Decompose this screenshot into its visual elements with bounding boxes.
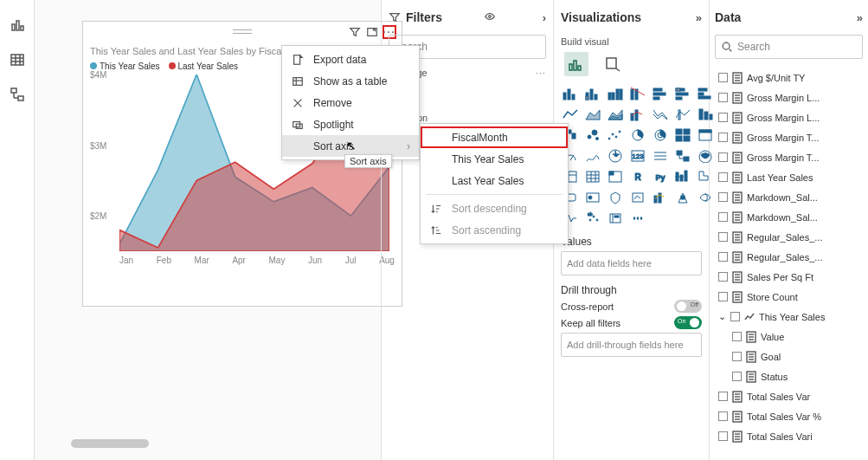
field-avg---unit-ty[interactable]: Avg $/Unit TY [715,68,863,87]
menu-show-as-table[interactable]: Show as a table [282,70,419,92]
field-regular-sales----[interactable]: Regular_Sales_... [715,227,863,247]
viz-type-3[interactable] [628,85,647,102]
data-search[interactable]: Search [715,35,863,59]
field-markdown-sal---[interactable]: Markdown_Sal... [715,207,863,227]
keep-filters-toggle[interactable]: On [674,316,702,329]
viz-type-33[interactable] [673,168,692,185]
horizontal-scrollbar[interactable] [71,439,149,448]
viz-type-9[interactable] [606,106,625,123]
viz-type-30[interactable] [606,168,625,185]
filter-icon[interactable] [348,25,362,39]
checkbox[interactable] [732,332,742,341]
checkbox[interactable] [730,312,740,321]
submenu-last-year-sales[interactable]: Last Year Sales [421,170,568,191]
table-view-icon[interactable] [10,52,25,71]
viz-type-4[interactable] [651,85,670,102]
checkbox[interactable] [718,232,728,242]
checkbox[interactable] [718,431,728,441]
viz-type-22[interactable] [583,147,602,165]
viz-type-45[interactable]: ⋯ [628,210,647,227]
checkbox[interactable] [718,212,728,222]
viz-type-7[interactable] [561,106,580,123]
field-gross-margin-t---[interactable]: Gross Margin T... [715,147,863,167]
checkbox[interactable] [718,192,728,202]
collapse-filters-button[interactable]: › [543,11,546,24]
viz-type-5[interactable] [673,85,692,102]
viz-type-44[interactable] [606,210,625,227]
viz-type-15[interactable] [583,126,602,144]
drag-handle-icon[interactable] [233,29,252,34]
viz-type-2[interactable] [606,85,625,102]
viz-type-23[interactable] [606,147,625,165]
filters-page-more[interactable]: ··· [536,68,546,78]
field-total-sales-var[interactable]: Total Sales Var [715,386,863,406]
checkbox[interactable] [718,272,728,282]
field-this-year-sales[interactable]: ⌄This Year Sales [715,307,863,327]
checkbox[interactable] [718,172,728,182]
viz-type-24[interactable]: 123 [628,147,647,165]
field-last-year-sales[interactable]: Last Year Sales [715,167,863,187]
field-total-sales-var--[interactable]: Total Sales Var % [715,406,863,426]
keep-filters-label: Keep all filters [561,318,620,328]
field-status[interactable]: Status [715,366,863,386]
viz-type-36[interactable] [583,189,602,206]
viz-type-38[interactable] [628,189,647,206]
viz-type-39[interactable] [651,189,670,206]
viz-type-12[interactable] [673,106,692,123]
checkbox[interactable] [718,113,728,122]
menu-spotlight[interactable]: Spotlight [282,113,419,135]
viz-type-32[interactable]: Py [651,168,670,185]
viz-type-16[interactable] [606,126,625,144]
viz-type-25[interactable] [651,147,670,165]
model-view-icon[interactable] [10,87,25,106]
build-visual-button[interactable] [564,52,588,76]
drill-well[interactable]: Add drill-through fields here [561,333,702,357]
viz-type-29[interactable] [583,168,602,185]
submenu-this-year-sales[interactable]: This Year Sales [421,148,568,170]
viz-type-1[interactable] [583,85,602,102]
focus-mode-icon[interactable] [365,25,379,39]
field-gross-margin-l---[interactable]: Gross Margin L... [715,107,863,127]
checkbox[interactable] [718,411,728,421]
values-well[interactable]: Add data fields here [561,251,702,275]
checkbox[interactable] [732,352,742,361]
field-store-count[interactable]: Store Count [715,287,863,307]
viz-type-31[interactable]: R [628,168,647,185]
field-value[interactable]: Value [715,327,863,347]
menu-export-data[interactable]: Export data [282,49,419,70]
checkbox[interactable] [718,152,728,162]
collapse-viz-button[interactable]: » [696,11,702,24]
checkbox[interactable] [718,93,728,102]
viz-type-18[interactable] [651,126,670,144]
field-total-sales-vari[interactable]: Total Sales Vari [715,426,863,446]
field-goal[interactable]: Goal [715,347,863,366]
viz-type-40[interactable] [673,189,692,206]
checkbox[interactable] [732,372,742,381]
viz-type-8[interactable] [583,106,602,123]
submenu-fiscalmonth[interactable]: FiscalMonth [421,126,568,148]
field-regular-sales----[interactable]: Regular_Sales_... [715,247,863,267]
viz-type-10[interactable] [628,106,647,123]
menu-remove[interactable]: Remove [282,92,419,113]
checkbox[interactable] [718,73,728,82]
eye-icon[interactable] [484,10,496,25]
checkbox[interactable] [718,252,728,262]
field-markdown-sal---[interactable]: Markdown_Sal... [715,187,863,207]
report-view-icon[interactable] [10,17,25,36]
viz-type-11[interactable] [651,106,670,123]
format-visual-button[interactable] [601,52,625,76]
collapse-data-button[interactable]: » [857,11,863,24]
cross-report-toggle[interactable]: Off [674,300,702,313]
viz-type-19[interactable] [673,126,692,144]
field-sales-per-sq-ft[interactable]: Sales Per Sq Ft [715,267,863,287]
checkbox[interactable] [718,133,728,142]
viz-type-37[interactable] [606,189,625,206]
viz-type-17[interactable] [628,126,647,144]
checkbox[interactable] [718,392,728,401]
field-gross-margin-l---[interactable]: Gross Margin L... [715,87,863,107]
viz-type-26[interactable] [673,147,692,165]
viz-type-43[interactable]: ab [583,210,602,227]
field-gross-margin-t---[interactable]: Gross Margin T... [715,127,863,147]
viz-type-0[interactable] [561,85,580,102]
checkbox[interactable] [718,292,728,301]
